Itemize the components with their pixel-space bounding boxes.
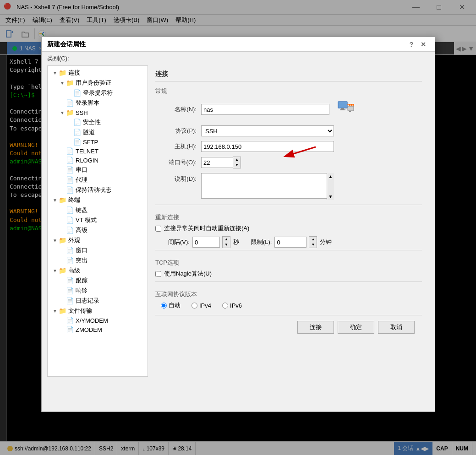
textarea-scroll-up[interactable]: ▲ <box>328 174 333 179</box>
svg-point-11 <box>350 104 352 106</box>
tree-label: VT 模式 <box>76 216 97 224</box>
tcp-nagle-checkbox[interactable] <box>155 271 161 277</box>
dialog-footer: 连接 确定 取消 <box>155 315 422 339</box>
tree-label: 连接 <box>68 69 80 77</box>
name-input[interactable] <box>201 104 329 115</box>
limit-input[interactable] <box>274 237 306 248</box>
ipv4-option: IPv4 <box>191 302 211 309</box>
tree-item-terminal[interactable]: ▼ 📁 终端 <box>48 195 148 205</box>
tree-label: X/YMODEM <box>76 317 108 324</box>
interval-down-button[interactable]: ▼ <box>223 242 230 248</box>
tree-item-rlogin[interactable]: 📄 RLOGIN <box>48 156 148 165</box>
port-up-button[interactable]: ▲ <box>233 157 241 162</box>
dialog-close-button[interactable]: ✕ <box>417 38 429 50</box>
cancel-button[interactable]: 取消 <box>378 321 415 334</box>
section-header: 连接 <box>155 65 422 81</box>
host-input[interactable] <box>201 141 334 152</box>
ipv4-label: IPv4 <box>199 302 211 309</box>
host-row: 主机(H): <box>155 141 422 152</box>
page-icon: 📄 <box>66 297 74 304</box>
page-icon: 📄 <box>66 206 74 214</box>
port-down-button[interactable]: ▼ <box>233 162 241 168</box>
tree-item-advanced[interactable]: ▼ 📁 高级 <box>48 265 148 276</box>
tree-item-logging[interactable]: 📄 日志记录 <box>48 296 148 306</box>
ipv4-radio[interactable] <box>191 303 197 309</box>
limit-label: 限制(L): <box>251 238 272 246</box>
reconnect-checkbox[interactable] <box>155 226 161 232</box>
tree-label: RLOGIN <box>76 157 98 164</box>
tree-item-telnet[interactable]: 📄 TELNET <box>48 146 148 156</box>
limit-spinner: ▲ ▼ <box>309 236 317 248</box>
folder-icon: 📁 <box>59 196 66 204</box>
content-panel: 连接 常规 名称(N): <box>148 65 429 377</box>
tree-label: 高级 <box>68 266 80 275</box>
port-row: 端口号(O): ▲ ▼ <box>155 157 422 168</box>
tree-label: 高级 <box>76 226 88 234</box>
tree-item-file-transfer[interactable]: ▼ 📁 文件传输 <box>48 306 148 316</box>
tree-item-bell[interactable]: 📄 响铃 <box>48 286 148 296</box>
tree-item-serial[interactable]: 📄 串口 <box>48 165 148 175</box>
page-icon: 📄 <box>66 217 74 224</box>
tcp-header: TCP选项 <box>155 259 422 267</box>
tree-item-connection[interactable]: ▼ 📁 连接 <box>48 68 148 78</box>
tree-item-vt-mode[interactable]: 📄 VT 模式 <box>48 215 148 225</box>
interval-up-button[interactable]: ▲ <box>223 237 230 242</box>
tree-label: 代理 <box>76 176 88 184</box>
tree-item-keyboard[interactable]: 📄 键盘 <box>48 205 148 215</box>
tree-item-ssh[interactable]: ▼ 📁 SSH <box>48 108 148 117</box>
tree-label: 响铃 <box>76 287 88 295</box>
tree-expand-icon: ▼ <box>59 81 66 86</box>
interval-spinner: ▲ ▼ <box>222 236 230 248</box>
tree-item-login-script[interactable]: 📄 登录脚本 <box>48 98 148 108</box>
folder-icon: 📁 <box>66 79 74 87</box>
tree-item-zmodem[interactable]: 📄 ZMODEM <box>48 325 148 334</box>
tree-item-sftp[interactable]: 📄 SFTP <box>48 137 148 146</box>
tree-item-auth[interactable]: ▼ 📁 用户身份验证 <box>48 78 148 88</box>
port-input[interactable] <box>201 157 233 168</box>
tree-item-tunnel[interactable]: 📄 隧道 <box>48 127 148 137</box>
tree-label: 日志记录 <box>76 297 99 305</box>
tree-label: 跟踪 <box>76 276 88 285</box>
tree-item-trace[interactable]: 📄 跟踪 <box>48 276 148 286</box>
tree-item-proxy[interactable]: 📄 代理 <box>48 175 148 185</box>
tree-item-highlight[interactable]: 📄 突出 <box>48 255 148 265</box>
tree-panel: ▼ 📁 连接 ▼ 📁 用户身份验证 📄 登录提示符 <box>47 65 148 377</box>
reconnect-checkbox-row: 连接异常关闭时自动重新连接(A) <box>155 224 422 233</box>
tree-item-window[interactable]: 📄 窗口 <box>48 245 148 255</box>
textarea-scroll-down[interactable]: ▼ <box>328 194 333 199</box>
tree-label: TELNET <box>76 148 98 155</box>
tree-label: ZMODEM <box>76 326 102 333</box>
limit-up-button[interactable]: ▲ <box>309 237 317 242</box>
page-icon: 📄 <box>66 317 74 324</box>
tree-item-keepalive[interactable]: 📄 保持活动状态 <box>48 185 148 195</box>
tree-label: SSH <box>76 109 88 116</box>
tree-label: 隧道 <box>83 128 95 136</box>
page-icon: 📄 <box>73 138 81 146</box>
tree-item-xymodem[interactable]: 📄 X/YMODEM <box>48 316 148 325</box>
protocol-select[interactable]: SSH TELNET RLOGIN 串口 <box>201 125 334 136</box>
network-icon <box>335 98 358 121</box>
tree-expand-icon: ▼ <box>59 110 66 115</box>
tree-expand-icon: ▼ <box>51 309 59 314</box>
connect-button[interactable]: 连接 <box>297 321 334 334</box>
subsection-header: 常规 <box>155 87 422 95</box>
tree-item-appearance[interactable]: ▼ 📁 外观 <box>48 235 148 245</box>
tree-item-login-prompt[interactable]: 📄 登录提示符 <box>48 88 148 98</box>
desc-textarea[interactable] <box>201 173 334 199</box>
interval-label: 间隔(V): <box>168 238 190 246</box>
tree-label: 保持活动状态 <box>76 186 111 194</box>
ipv-auto-radio[interactable] <box>161 303 167 309</box>
reconnect-checkbox-label: 连接异常关闭时自动重新连接(A) <box>164 224 249 233</box>
limit-down-button[interactable]: ▼ <box>309 242 317 248</box>
interval-unit: 秒 <box>233 238 239 246</box>
interval-input[interactable] <box>192 237 220 248</box>
page-icon: 📄 <box>73 89 81 97</box>
ipv-header: 互联网协议版本 <box>155 290 422 298</box>
ok-button[interactable]: 确定 <box>338 321 374 334</box>
tree-item-terminal-advanced[interactable]: 📄 高级 <box>48 225 148 235</box>
tree-item-security[interactable]: 📄 安全性 <box>48 117 148 127</box>
dialog-help-button[interactable]: ? <box>405 38 417 50</box>
tree-label: 终端 <box>68 196 80 204</box>
tree-label: 外观 <box>68 236 80 244</box>
ipv6-radio[interactable] <box>222 303 228 309</box>
